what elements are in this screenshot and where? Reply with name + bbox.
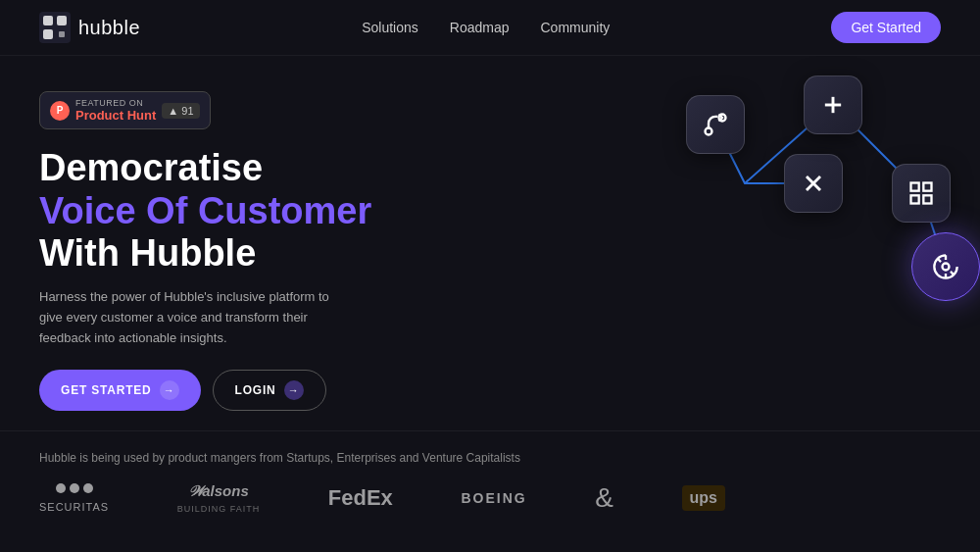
logo-text: hubble xyxy=(78,17,140,39)
login-arrow-icon: → xyxy=(284,380,304,400)
logos-caption: Hubble is being used by product mangers … xyxy=(39,451,941,465)
securitas-dot-3 xyxy=(83,483,93,493)
flow-diagram xyxy=(588,66,960,340)
flow-node-5 xyxy=(911,232,980,301)
svg-rect-1 xyxy=(43,16,53,25)
logo: hubble xyxy=(39,12,140,43)
nav-links: Solutions Roadmap Community xyxy=(362,20,610,35)
securitas-dot-1 xyxy=(56,483,66,493)
boeing-text: BOEING xyxy=(461,490,526,506)
ph-featured-text: FEATURED ON Product Hunt xyxy=(75,98,156,123)
svg-rect-3 xyxy=(43,29,53,39)
securitas-text: Securitas xyxy=(39,501,109,513)
svg-rect-13 xyxy=(911,195,919,203)
product-hunt-badge: P FEATURED ON Product Hunt ▲ 91 xyxy=(39,91,211,129)
ampersand-text: & xyxy=(595,482,613,514)
nav-link-roadmap[interactable]: Roadmap xyxy=(450,20,510,35)
svg-rect-11 xyxy=(911,183,919,191)
hero-content: P FEATURED ON Product Hunt ▲ 91 Democrat… xyxy=(39,91,510,411)
hero-title: Democratise Voice Of Customer With Hubbl… xyxy=(39,147,510,276)
ph-arrow: ▲ xyxy=(168,105,178,117)
svg-rect-12 xyxy=(923,183,931,191)
ai-section: AI FOR THE USERS By The User Discover Ho… xyxy=(0,537,980,552)
nav-cta-button[interactable]: Get Started xyxy=(831,12,941,43)
logos-section: Hubble is being used by product mangers … xyxy=(0,430,980,537)
navbar: hubble Solutions Roadmap Community Get S… xyxy=(0,0,980,56)
hero-subtitle: Harness the power of Hubble's inclusive … xyxy=(39,287,333,348)
securitas-dot-2 xyxy=(70,483,79,493)
logo-ampersand: & xyxy=(595,482,613,514)
svg-rect-14 xyxy=(923,195,931,203)
flow-node-3 xyxy=(804,75,862,134)
nav-link-community[interactable]: Community xyxy=(540,20,610,35)
hero-visual xyxy=(588,66,960,340)
svg-rect-2 xyxy=(57,16,67,25)
hero-buttons: GET STARTED → LOGIN → xyxy=(39,370,510,411)
get-started-button[interactable]: GET STARTED → xyxy=(39,370,201,411)
walsons-text: 𝒲alsons xyxy=(188,482,249,500)
fedex-text: FedEx xyxy=(328,485,393,511)
logo-walsons: 𝒲alsons BUILDING FAITH xyxy=(177,482,261,514)
svg-rect-4 xyxy=(59,31,65,37)
logo-boeing: BOEING xyxy=(461,490,526,506)
nav-link-solutions[interactable]: Solutions xyxy=(362,20,418,35)
login-button[interactable]: LOGIN → xyxy=(213,370,326,411)
logo-ups: ups xyxy=(682,485,725,511)
logos-row: Securitas 𝒲alsons BUILDING FAITH FedEx B… xyxy=(39,482,725,514)
flow-node-4 xyxy=(892,164,951,223)
flow-node-2 xyxy=(784,154,843,213)
ph-logo-icon: P xyxy=(50,101,70,121)
svg-point-5 xyxy=(706,128,712,135)
walsons-sub: BUILDING FAITH xyxy=(177,504,261,514)
logo-fedex: FedEx xyxy=(328,485,393,511)
get-started-arrow-icon: → xyxy=(160,380,179,400)
logo-securitas: Securitas xyxy=(39,483,109,513)
ups-text: ups xyxy=(682,485,725,511)
logo-icon xyxy=(39,12,71,43)
svg-point-15 xyxy=(943,264,950,271)
flow-node-1 xyxy=(686,95,745,154)
ph-score-value: 91 xyxy=(181,105,193,117)
hero-section: P FEATURED ON Product Hunt ▲ 91 Democrat… xyxy=(0,56,980,430)
